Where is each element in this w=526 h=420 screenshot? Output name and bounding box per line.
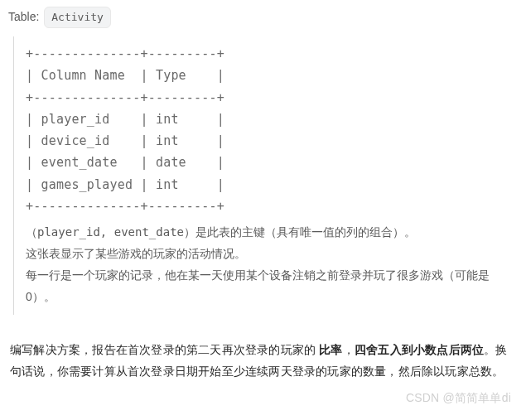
emphasis-round: 四舍五入到小数点后两位 bbox=[355, 343, 484, 356]
ascii-table: +--------------+---------+ | Column Name… bbox=[26, 43, 508, 217]
schema-block: +--------------+---------+ | Column Name… bbox=[13, 36, 518, 315]
table-label: Table: bbox=[8, 10, 39, 23]
watermark: CSDN @简简单单di bbox=[406, 389, 511, 408]
schema-description: （player_id, event_date）是此表的主键（具有唯一值的列的组合… bbox=[26, 222, 508, 308]
pk-columns: player_id, event_date bbox=[37, 225, 184, 239]
task-paragraph: 编写解决方案，报告在首次登录的第二天再次登录的玩家的 比率，四舍五入到小数点后两… bbox=[8, 340, 518, 383]
table-name-pill: Activity bbox=[44, 7, 111, 28]
table-intro: Table: Activity bbox=[8, 7, 518, 28]
emphasis-ratio: 比率 bbox=[319, 343, 342, 356]
